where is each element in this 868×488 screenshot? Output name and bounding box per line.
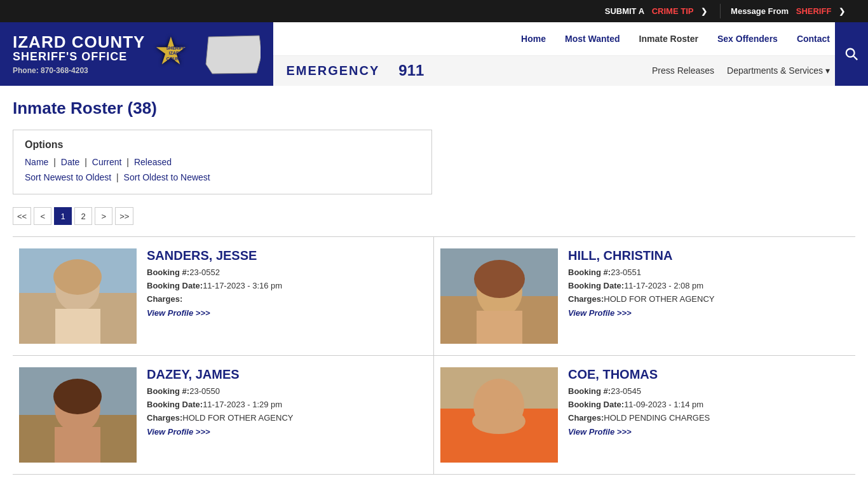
top-bar: SUBMIT A CRIME TIP ❯ Message From SHERIF… xyxy=(0,0,868,22)
svg-point-15 xyxy=(53,379,102,414)
nav-press-releases[interactable]: Press Releases xyxy=(652,65,714,76)
svg-line-1 xyxy=(853,56,857,60)
inmate-photo-hill xyxy=(440,248,558,344)
crime-tip-label: SUBMIT A xyxy=(605,6,644,16)
inmate-name: DAZEY, JAMES xyxy=(147,367,421,382)
sheriff-message-link[interactable]: Message From SHERIFF ❯ xyxy=(721,4,858,18)
view-profile-sanders[interactable]: View Profile >>> xyxy=(147,308,210,318)
svg-rect-11 xyxy=(477,311,522,344)
options-box: Options Name | Date | Current | Released… xyxy=(13,130,432,194)
charges: Charges:HOLD PENDING CHARGES xyxy=(568,412,843,424)
booking-num: Booking #:23-0552 xyxy=(147,267,421,278)
nav-dept-services[interactable]: Departments & Services ▾ xyxy=(727,65,830,76)
crime-tip-arrow: ❯ xyxy=(701,7,707,16)
filter-released-link[interactable]: Released xyxy=(134,157,172,167)
inmate-card-coe: COE, THOMAS Booking #:23-0545 Booking Da… xyxy=(434,356,855,475)
booking-date: Booking Date:11-17-2023 - 2:08 pm xyxy=(568,280,843,292)
nav-contact[interactable]: Contact xyxy=(797,34,830,44)
nav-home[interactable]: Home xyxy=(521,34,546,44)
filter-name-link[interactable]: Name xyxy=(25,157,48,167)
nav-bottom-links: Press Releases Departments & Services ▾ xyxy=(652,65,830,76)
page-next-btn[interactable]: > xyxy=(95,207,112,225)
booking-date: Booking Date:11-09-2023 - 1:14 pm xyxy=(568,399,843,410)
page-last-btn[interactable]: >> xyxy=(115,207,133,225)
inmate-grid: SANDERS, JESSE Booking #:23-0552 Booking… xyxy=(13,237,855,475)
sheriff-highlight: SHERIFF xyxy=(796,6,832,16)
agency-name-line1: IZARD COUNTY xyxy=(13,33,145,51)
search-button[interactable] xyxy=(835,22,868,86)
nav-most-wanted[interactable]: Most Wanted xyxy=(565,34,620,44)
nav-inmate-roster[interactable]: Inmate Roster xyxy=(639,34,698,44)
options-title: Options xyxy=(25,139,420,151)
charges: Charges:HOLD FOR OTHER AGENCY xyxy=(568,294,843,305)
header-right-nav: Home Most Wanted Inmate Roster Sex Offen… xyxy=(273,22,868,86)
header-right: Home Most Wanted Inmate Roster Sex Offen… xyxy=(273,22,868,86)
inmate-photo-sanders xyxy=(19,248,137,344)
svg-point-5 xyxy=(53,259,102,295)
view-profile-coe[interactable]: View Profile >>> xyxy=(568,427,632,437)
booking-date: Booking Date:11-17-2023 - 1:29 pm xyxy=(147,399,421,410)
agency-phone: Phone: 870-368-4203 xyxy=(13,66,145,75)
agency-title: IZARD COUNTY SHERIFF'S OFFICE Phone: 870… xyxy=(13,33,145,75)
arkansas-map-icon xyxy=(203,34,261,75)
sheriff-arrow: ❯ xyxy=(839,7,845,16)
sort-newest-link[interactable]: Sort Newest to Oldest xyxy=(25,172,111,182)
svg-point-21 xyxy=(472,409,526,434)
header-left: IZARD COUNTY SHERIFF'S OFFICE Phone: 870… xyxy=(0,22,273,86)
inmate-photo-coe xyxy=(440,367,558,463)
sort-links: Sort Newest to Oldest | Sort Oldest to N… xyxy=(25,172,420,182)
crime-tip-highlight: CRIME TIP xyxy=(652,6,694,16)
view-profile-hill[interactable]: View Profile >>> xyxy=(568,308,632,318)
svg-rect-6 xyxy=(55,309,100,344)
charges: Charges:HOLD FOR OTHER AGENCY xyxy=(147,412,421,424)
svg-point-10 xyxy=(474,260,525,298)
page-prev-btn[interactable]: < xyxy=(34,207,51,225)
inmate-card-sanders: SANDERS, JESSE Booking #:23-0552 Booking… xyxy=(13,237,434,356)
mugshot-svg-dazey xyxy=(19,367,137,463)
inmate-info-hill: HILL, CHRISTINA Booking #:23-0551 Bookin… xyxy=(568,248,843,318)
crime-tip-link[interactable]: SUBMIT A CRIME TIP ❯ xyxy=(595,4,721,18)
page-first-btn[interactable]: << xyxy=(13,207,31,225)
booking-date: Booking Date:11-17-2023 - 3:16 pm xyxy=(147,280,421,292)
mugshot-svg-hill xyxy=(440,248,558,344)
view-profile-dazey[interactable]: View Profile >>> xyxy=(147,427,210,437)
mugshot-svg-coe xyxy=(440,367,558,463)
primary-nav: Home Most Wanted Inmate Roster Sex Offen… xyxy=(273,22,868,56)
inmate-card-dazey: DAZEY, JAMES Booking #:23-0550 Booking D… xyxy=(13,356,434,475)
sheriff-msg-label: Message From xyxy=(731,6,789,16)
inmate-info-sanders: SANDERS, JESSE Booking #:23-0552 Booking… xyxy=(147,248,421,318)
dropdown-arrow-icon: ▾ xyxy=(825,65,830,76)
svg-point-0 xyxy=(846,49,855,57)
inmate-name: COE, THOMAS xyxy=(568,367,843,382)
inmate-info-coe: COE, THOMAS Booking #:23-0545 Booking Da… xyxy=(568,367,843,437)
nav-sex-offenders[interactable]: Sex Offenders xyxy=(717,34,778,44)
agency-name-line2: SHERIFF'S OFFICE xyxy=(13,51,145,64)
emergency-number: 911 xyxy=(398,62,424,79)
page-title: Inmate Roster (38) xyxy=(13,98,855,118)
booking-num: Booking #:23-0550 xyxy=(147,386,421,397)
filter-date-link[interactable]: Date xyxy=(61,157,80,167)
inmate-info-dazey: DAZEY, JAMES Booking #:23-0550 Booking D… xyxy=(147,367,421,437)
main-content: Inmate Roster (38) Options Name | Date |… xyxy=(0,86,868,487)
booking-num: Booking #:23-0545 xyxy=(568,386,843,397)
site-header: IZARD COUNTY SHERIFF'S OFFICE Phone: 870… xyxy=(0,22,868,86)
inmate-name: HILL, CHRISTINA xyxy=(568,248,843,263)
charges: Charges: xyxy=(147,294,421,305)
page-1-btn[interactable]: 1 xyxy=(54,207,72,225)
svg-rect-16 xyxy=(55,427,100,463)
inmate-name: SANDERS, JESSE xyxy=(147,248,421,263)
secondary-nav: EMERGENCY 911 Press Releases Departments… xyxy=(273,56,868,86)
emergency-label: EMERGENCY xyxy=(286,64,379,78)
page-2-btn[interactable]: 2 xyxy=(74,207,92,225)
sort-oldest-link[interactable]: Sort Oldest to Newest xyxy=(124,172,210,182)
filter-current-link[interactable]: Current xyxy=(92,157,122,167)
pagination: << < 1 2 > >> xyxy=(13,207,855,225)
inmate-photo-dazey xyxy=(19,367,137,463)
badge-container: ★ SHERIFFIZARDCOUNTY xyxy=(154,32,261,76)
badge-text: SHERIFFIZARDCOUNTY xyxy=(159,46,191,62)
filter-links: Name | Date | Current | Released xyxy=(25,157,420,167)
mugshot-svg-sanders xyxy=(19,248,137,344)
booking-num: Booking #:23-0551 xyxy=(568,267,843,278)
inmate-card-hill: HILL, CHRISTINA Booking #:23-0551 Bookin… xyxy=(434,237,855,356)
search-icon xyxy=(844,47,858,61)
